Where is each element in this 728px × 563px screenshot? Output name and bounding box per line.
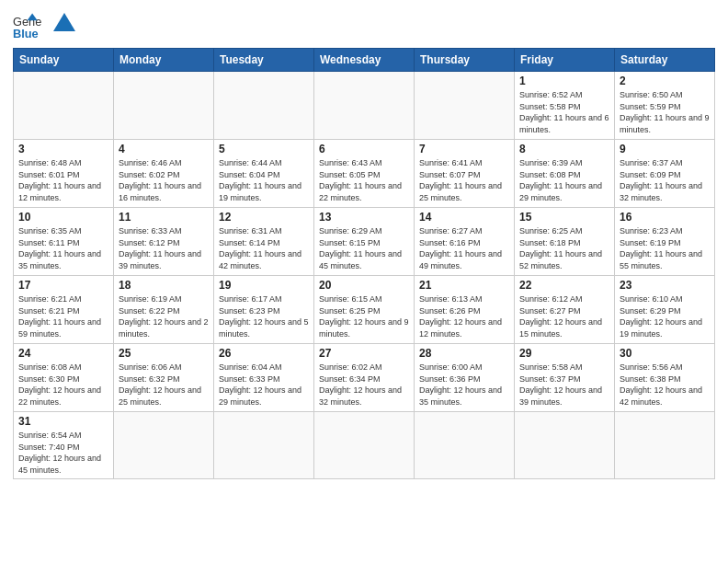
day-number: 12 [219, 211, 309, 224]
svg-marker-3 [53, 13, 75, 31]
calendar-table: SundayMondayTuesdayWednesdayThursdayFrid… [13, 48, 715, 479]
weekday-header: Monday [114, 49, 214, 72]
calendar-cell [114, 412, 214, 479]
logo: General Blue [13, 13, 77, 42]
day-info: Sunrise: 6:13 AM Sunset: 6:26 PM Dayligh… [419, 293, 509, 339]
day-info: Sunrise: 6:25 AM Sunset: 6:18 PM Dayligh… [519, 225, 609, 271]
calendar-cell: 31Sunrise: 6:54 AM Sunset: 7:40 PM Dayli… [14, 412, 114, 479]
day-number: 10 [18, 211, 108, 224]
day-info: Sunrise: 6:29 AM Sunset: 6:15 PM Dayligh… [319, 225, 409, 271]
day-info: Sunrise: 6:08 AM Sunset: 6:30 PM Dayligh… [18, 362, 108, 408]
calendar-cell: 17Sunrise: 6:21 AM Sunset: 6:21 PM Dayli… [14, 276, 114, 344]
calendar-cell [515, 412, 615, 479]
day-info: Sunrise: 6:39 AM Sunset: 6:08 PM Dayligh… [519, 157, 609, 203]
day-info: Sunrise: 6:06 AM Sunset: 6:32 PM Dayligh… [119, 362, 209, 408]
day-number: 24 [18, 347, 108, 360]
day-number: 23 [620, 279, 710, 292]
day-number: 30 [620, 347, 710, 360]
day-number: 8 [519, 143, 609, 155]
day-number: 22 [519, 279, 609, 292]
day-info: Sunrise: 6:48 AM Sunset: 6:01 PM Dayligh… [18, 157, 108, 203]
calendar-cell: 11Sunrise: 6:33 AM Sunset: 6:12 PM Dayli… [114, 208, 214, 276]
day-info: Sunrise: 6:10 AM Sunset: 6:29 PM Dayligh… [620, 293, 710, 339]
calendar-cell: 29Sunrise: 5:58 AM Sunset: 6:37 PM Dayli… [515, 344, 615, 412]
calendar-page: General Blue SundayMondayTuesdayWednesda… [0, 0, 728, 563]
day-info: Sunrise: 6:50 AM Sunset: 5:59 PM Dayligh… [620, 89, 710, 135]
logo-triangle-icon [51, 11, 77, 37]
calendar-week-row: 1Sunrise: 6:52 AM Sunset: 5:58 PM Daylig… [14, 72, 715, 140]
day-info: Sunrise: 6:23 AM Sunset: 6:19 PM Dayligh… [620, 225, 710, 271]
calendar-cell: 20Sunrise: 6:15 AM Sunset: 6:25 PM Dayli… [314, 276, 415, 344]
day-info: Sunrise: 6:15 AM Sunset: 6:25 PM Dayligh… [319, 293, 409, 339]
calendar-cell [214, 72, 314, 140]
day-number: 25 [119, 347, 209, 360]
calendar-cell [314, 412, 415, 479]
day-number: 20 [319, 279, 409, 292]
calendar-cell: 7Sunrise: 6:41 AM Sunset: 6:07 PM Daylig… [415, 140, 515, 208]
day-info: Sunrise: 5:56 AM Sunset: 6:38 PM Dayligh… [620, 362, 710, 408]
weekday-header: Tuesday [214, 49, 314, 72]
calendar-cell: 21Sunrise: 6:13 AM Sunset: 6:26 PM Dayli… [415, 276, 515, 344]
day-number: 27 [319, 347, 409, 360]
calendar-cell: 19Sunrise: 6:17 AM Sunset: 6:23 PM Dayli… [214, 276, 314, 344]
day-number: 31 [18, 415, 108, 428]
calendar-cell: 13Sunrise: 6:29 AM Sunset: 6:15 PM Dayli… [314, 208, 415, 276]
calendar-cell: 16Sunrise: 6:23 AM Sunset: 6:19 PM Dayli… [615, 208, 715, 276]
svg-text:Blue: Blue [13, 27, 39, 40]
day-info: Sunrise: 6:41 AM Sunset: 6:07 PM Dayligh… [419, 157, 509, 203]
day-number: 21 [419, 279, 509, 292]
calendar-cell: 18Sunrise: 6:19 AM Sunset: 6:22 PM Dayli… [114, 276, 214, 344]
weekday-header: Friday [515, 49, 615, 72]
calendar-week-row: 10Sunrise: 6:35 AM Sunset: 6:11 PM Dayli… [14, 208, 715, 276]
day-number: 18 [119, 279, 209, 292]
calendar-cell: 2Sunrise: 6:50 AM Sunset: 5:59 PM Daylig… [615, 72, 715, 140]
calendar-cell: 4Sunrise: 6:46 AM Sunset: 6:02 PM Daylig… [114, 140, 214, 208]
calendar-week-row: 24Sunrise: 6:08 AM Sunset: 6:30 PM Dayli… [14, 344, 715, 412]
day-info: Sunrise: 6:37 AM Sunset: 6:09 PM Dayligh… [620, 157, 710, 203]
calendar-cell: 25Sunrise: 6:06 AM Sunset: 6:32 PM Dayli… [114, 344, 214, 412]
day-info: Sunrise: 6:43 AM Sunset: 6:05 PM Dayligh… [319, 157, 409, 203]
calendar-week-row: 31Sunrise: 6:54 AM Sunset: 7:40 PM Dayli… [14, 412, 715, 479]
weekday-header: Thursday [415, 49, 515, 72]
calendar-cell: 28Sunrise: 6:00 AM Sunset: 6:36 PM Dayli… [415, 344, 515, 412]
day-number: 15 [519, 211, 609, 224]
day-number: 29 [519, 347, 609, 360]
day-number: 26 [219, 347, 309, 360]
day-number: 5 [219, 143, 309, 155]
weekday-header: Saturday [615, 49, 715, 72]
day-info: Sunrise: 6:54 AM Sunset: 7:40 PM Dayligh… [18, 430, 108, 476]
calendar-cell: 22Sunrise: 6:12 AM Sunset: 6:27 PM Dayli… [515, 276, 615, 344]
calendar-cell: 9Sunrise: 6:37 AM Sunset: 6:09 PM Daylig… [615, 140, 715, 208]
day-info: Sunrise: 6:19 AM Sunset: 6:22 PM Dayligh… [119, 293, 209, 339]
calendar-cell [14, 72, 114, 140]
day-number: 1 [519, 75, 609, 87]
calendar-cell: 24Sunrise: 6:08 AM Sunset: 6:30 PM Dayli… [14, 344, 114, 412]
day-number: 4 [119, 143, 209, 155]
calendar-cell [114, 72, 214, 140]
calendar-cell: 6Sunrise: 6:43 AM Sunset: 6:05 PM Daylig… [314, 140, 415, 208]
day-info: Sunrise: 5:58 AM Sunset: 6:37 PM Dayligh… [519, 362, 609, 408]
day-info: Sunrise: 6:52 AM Sunset: 5:58 PM Dayligh… [519, 89, 609, 135]
day-number: 16 [620, 211, 710, 224]
day-info: Sunrise: 6:00 AM Sunset: 6:36 PM Dayligh… [419, 362, 509, 408]
calendar-cell: 12Sunrise: 6:31 AM Sunset: 6:14 PM Dayli… [214, 208, 314, 276]
calendar-cell: 27Sunrise: 6:02 AM Sunset: 6:34 PM Dayli… [314, 344, 415, 412]
day-info: Sunrise: 6:31 AM Sunset: 6:14 PM Dayligh… [219, 225, 309, 271]
calendar-cell: 26Sunrise: 6:04 AM Sunset: 6:33 PM Dayli… [214, 344, 314, 412]
calendar-cell: 23Sunrise: 6:10 AM Sunset: 6:29 PM Dayli… [615, 276, 715, 344]
calendar-cell: 3Sunrise: 6:48 AM Sunset: 6:01 PM Daylig… [14, 140, 114, 208]
day-info: Sunrise: 6:17 AM Sunset: 6:23 PM Dayligh… [219, 293, 309, 339]
calendar-header-row: SundayMondayTuesdayWednesdayThursdayFrid… [14, 49, 715, 72]
day-number: 19 [219, 279, 309, 292]
day-number: 13 [319, 211, 409, 224]
calendar-cell [415, 412, 515, 479]
calendar-cell: 10Sunrise: 6:35 AM Sunset: 6:11 PM Dayli… [14, 208, 114, 276]
day-info: Sunrise: 6:27 AM Sunset: 6:16 PM Dayligh… [419, 225, 509, 271]
calendar-cell: 8Sunrise: 6:39 AM Sunset: 6:08 PM Daylig… [515, 140, 615, 208]
header: General Blue [13, 9, 715, 42]
calendar-cell: 5Sunrise: 6:44 AM Sunset: 6:04 PM Daylig… [214, 140, 314, 208]
day-number: 28 [419, 347, 509, 360]
day-number: 9 [620, 143, 710, 155]
weekday-header: Wednesday [314, 49, 415, 72]
day-number: 14 [419, 211, 509, 224]
